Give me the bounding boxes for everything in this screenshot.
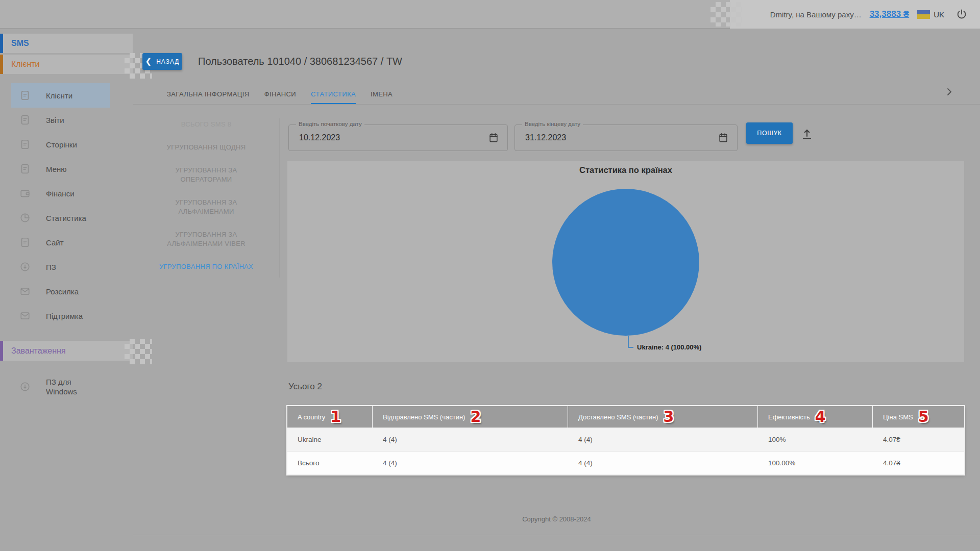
sidebar-item-menu[interactable]: Меню (11, 157, 110, 181)
sidebar-item-mailing[interactable]: Розсилка (11, 279, 110, 304)
subnav-group-by-alphanames-viber[interactable]: УГРУПОВАННЯ ЗА АЛЬФАІМЕНАМИ VIBER (146, 230, 266, 248)
sms-accent-bar (0, 34, 3, 53)
chart-title: Статистика по країнах (287, 165, 964, 175)
back-button-label: НАЗАД (156, 58, 179, 65)
sidebar-item-label: ПЗ (46, 262, 56, 272)
countries-chart-panel: Статистика по країнах Ukraine: 4 (100.00… (287, 161, 964, 362)
sidebar-item-label: Підтримка (46, 311, 83, 321)
sidebar-section-sms-label: SMS (11, 39, 29, 48)
table-header-sent: Відправлено SMS (частин) 2 (373, 406, 568, 428)
subnav-group-by-countries[interactable]: УГРУПОВАННЯ ПО КРАЇНАХ (146, 262, 266, 271)
cell-price: 4.07₴ (873, 452, 964, 474)
ukraine-flag-icon (917, 10, 930, 19)
power-icon (955, 8, 968, 20)
table-row: Всього 4 (4) 4 (4) 100.00% 4.07₴ (287, 451, 964, 474)
checker-decoration-top (710, 2, 742, 27)
table-header-country: A country 1 (287, 406, 373, 428)
calendar-icon[interactable] (488, 132, 499, 143)
sidebar-nav: Клієнти Звіти Сторінки Меню Фінанси Стат… (11, 83, 110, 328)
tabs-scroll-right-button[interactable] (945, 88, 953, 98)
tab-names[interactable]: ІМЕНА (371, 86, 393, 105)
sidebar-item-statistics[interactable]: Статистика (11, 206, 110, 230)
annotation-badge-1: 1 (330, 409, 341, 424)
sidebar-item-site[interactable]: Сайт (11, 230, 110, 255)
header-label: Доставлено SMS (частин) (578, 413, 658, 421)
export-button[interactable] (799, 126, 815, 141)
table-total-label: Усього 2 (288, 382, 322, 392)
annotation-badge-2: 2 (470, 409, 481, 424)
cell-delivered: 4 (4) (568, 428, 758, 451)
document-icon (19, 139, 31, 150)
pie-callout-line (628, 336, 629, 348)
download-icon (19, 381, 31, 392)
end-date-field[interactable]: Введіть кінцеву дату 31.12.2023 (514, 124, 738, 151)
sidebar-item-label: ПЗ для Windows (46, 377, 77, 396)
table-header-price: Ціна SMS 5 (873, 406, 964, 428)
sidebar-item-label: Звіти (46, 115, 64, 125)
sidebar-item-label: Розсилка (46, 287, 79, 296)
tab-statistics[interactable]: СТАТИСТИКА (311, 86, 356, 105)
upload-icon (800, 127, 814, 140)
checker-decoration-downloads (125, 339, 152, 364)
cell-sent: 4 (4) (373, 428, 568, 451)
start-date-field[interactable]: Введіть початкову дату 10.12.2023 (288, 124, 508, 151)
end-date-value: 31.12.2023 (525, 125, 566, 151)
table-row: Ukraine 4 (4) 4 (4) 100% 4.07₴ (287, 428, 964, 451)
cell-sent: 4 (4) (373, 452, 568, 474)
sidebar-section-downloads[interactable]: Завантаження (0, 341, 133, 361)
subnav-group-daily[interactable]: УГРУПОВАННЯ ЩОДНЯ (146, 143, 266, 152)
document-icon (19, 114, 31, 126)
search-button[interactable]: ПОШУК (746, 122, 793, 144)
annotation-badge-3: 3 (664, 409, 674, 424)
chevron-right-icon (945, 88, 953, 96)
tab-finances[interactable]: ФІНАНСИ (264, 86, 296, 105)
app-root: Dmitry, на Вашому раху… 33,3883 ₴ UK SMS… (0, 0, 980, 551)
statistics-subnav: ВСЬОГО SMS 8 УГРУПОВАННЯ ЩОДНЯ УГРУПОВАН… (146, 120, 266, 271)
tabs-divider (133, 104, 980, 105)
sidebar-item-label: Сторінки (46, 140, 77, 149)
downloads-accent-bar (0, 341, 3, 361)
user-greeting: Dmitry, на Вашому раху… (770, 10, 862, 19)
logout-button[interactable] (955, 8, 968, 20)
sidebar-item-software-windows[interactable]: ПЗ для Windows (11, 372, 110, 401)
tab-bar: ЗАГАЛЬНА ІНФОРМАЦІЯ ФІНАНСИ СТАТИСТИКА І… (167, 86, 393, 105)
sidebar-item-software[interactable]: ПЗ (11, 255, 110, 279)
cell-country: Ukraine (287, 428, 373, 451)
sidebar-item-reports[interactable]: Звіти (11, 108, 110, 132)
balance-link[interactable]: 33,3883 ₴ (870, 9, 910, 19)
header-label: Відправлено SMS (частин) (383, 413, 465, 421)
table-header-row: A country 1 Відправлено SMS (частин) 2 Д… (287, 406, 964, 428)
document-icon (19, 90, 31, 101)
header-label: A country (298, 413, 325, 421)
sidebar-item-support[interactable]: Підтримка (11, 304, 110, 328)
subnav-group-by-alphanames[interactable]: УГРУПОВАННЯ ЗА АЛЬФАІМЕНАМИ (146, 198, 266, 216)
sidebar-section-sms[interactable]: SMS (0, 34, 133, 53)
calendar-icon[interactable] (718, 132, 729, 143)
clients-accent-bar (0, 55, 3, 74)
subnav-group-by-operators[interactable]: УГРУПОВАННЯ ЗА ОПЕРАТОРАМИ (146, 166, 266, 184)
sidebar-item-label: Статистика (46, 213, 86, 223)
annotation-badge-4: 4 (815, 409, 826, 424)
back-button[interactable]: ❮ НАЗАД (142, 53, 182, 70)
sidebar-item-label: Меню (46, 164, 67, 174)
cell-efficiency: 100.00% (758, 452, 873, 474)
start-date-value: 10.12.2023 (299, 125, 340, 151)
sidebar-item-finances[interactable]: Фінанси (11, 181, 110, 206)
sidebar-item-label: Клієнти (46, 91, 72, 101)
sidebar-item-pages[interactable]: Сторінки (11, 132, 110, 157)
pie-chart-ukraine-slice (552, 189, 699, 336)
subnav-total-sms: ВСЬОГО SMS 8 (146, 120, 266, 129)
tab-general-info[interactable]: ЗАГАЛЬНА ІНФОРМАЦІЯ (167, 86, 250, 105)
sidebar-section-clients[interactable]: Клієнти (0, 55, 133, 74)
footer-divider (133, 535, 980, 535)
subnav-divider (279, 118, 280, 278)
cell-country: Всього (287, 452, 373, 474)
header-label: Ефективність (768, 413, 810, 421)
cell-delivered: 4 (4) (568, 452, 758, 474)
envelope-icon (19, 286, 31, 297)
wallet-icon (19, 188, 31, 199)
sidebar-item-clients[interactable]: Клієнти (11, 83, 110, 108)
sidebar-item-label: Фінанси (46, 189, 75, 198)
sidebar-section-downloads-label: Завантаження (11, 346, 66, 356)
language-switcher[interactable]: UK (917, 10, 944, 19)
